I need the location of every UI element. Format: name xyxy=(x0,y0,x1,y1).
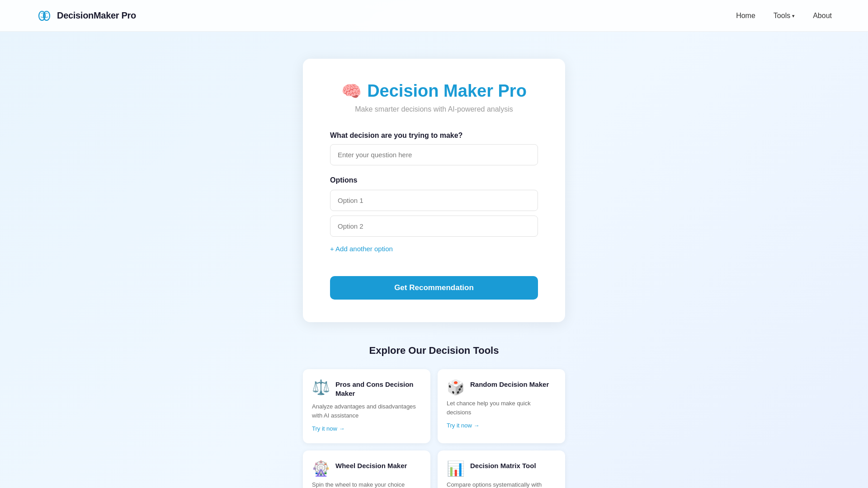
question-input[interactable] xyxy=(330,144,538,165)
matrix-icon: 📊 xyxy=(447,461,465,476)
page-subtitle: Make smarter decisions with AI-powered a… xyxy=(330,105,538,113)
options-label: Options xyxy=(330,176,538,184)
tools-grid: ⚖️ Pros and Cons Decision Maker Analyze … xyxy=(303,369,565,488)
matrix-name: Decision Matrix Tool xyxy=(470,461,536,470)
option-1-input[interactable] xyxy=(330,190,538,211)
tool-card-random[interactable]: 🎲 Random Decision Maker Let chance help … xyxy=(438,369,565,443)
decision-card: 🧠 Decision Maker Pro Make smarter decisi… xyxy=(303,59,565,322)
card-header: 🧠 Decision Maker Pro Make smarter decisi… xyxy=(330,81,538,113)
nav-tools[interactable]: Tools ▾ xyxy=(774,12,795,20)
tool-card-wheel[interactable]: 🎡 Wheel Decision Maker Spin the wheel to… xyxy=(303,450,430,488)
tool-card-top-3: 🎡 Wheel Decision Maker xyxy=(312,461,421,476)
logo-text: DecisionMaker Pro xyxy=(57,10,136,21)
question-section: What decision are you trying to make? xyxy=(330,131,538,165)
tool-card-top-2: 🎲 Random Decision Maker xyxy=(447,380,556,394)
main-content: 🧠 Decision Maker Pro Make smarter decisi… xyxy=(0,32,868,488)
wheel-desc: Spin the wheel to make your choice xyxy=(312,480,421,488)
random-link[interactable]: Try it now → xyxy=(447,422,479,429)
pros-cons-name: Pros and Cons Decision Maker xyxy=(335,380,421,398)
explore-title: Explore Our Decision Tools xyxy=(303,345,565,357)
random-icon: 🎲 xyxy=(447,380,465,394)
chevron-down-icon: ▾ xyxy=(792,13,795,19)
pros-cons-desc: Analyze advantages and disadvantages wit… xyxy=(312,402,421,420)
pros-cons-icon: ⚖️ xyxy=(312,380,330,394)
explore-section: Explore Our Decision Tools ⚖️ Pros and C… xyxy=(303,345,565,488)
random-desc: Let chance help you make quick decisions xyxy=(447,399,556,417)
tool-card-top-1: ⚖️ Pros and Cons Decision Maker xyxy=(312,380,421,398)
navbar: DecisionMaker Pro Home Tools ▾ About xyxy=(0,0,868,32)
nav-about[interactable]: About xyxy=(813,12,832,20)
tool-card-matrix[interactable]: 📊 Decision Matrix Tool Compare options s… xyxy=(438,450,565,488)
option-2-input[interactable] xyxy=(330,216,538,237)
tool-card-pros-cons[interactable]: ⚖️ Pros and Cons Decision Maker Analyze … xyxy=(303,369,430,443)
random-name: Random Decision Maker xyxy=(470,380,549,389)
logo[interactable]: DecisionMaker Pro xyxy=(36,8,136,24)
get-recommendation-button[interactable]: Get Recommendation xyxy=(330,276,538,300)
brain-logo-icon xyxy=(36,8,52,24)
tool-card-top-4: 📊 Decision Matrix Tool xyxy=(447,461,556,476)
add-option-button[interactable]: + Add another option xyxy=(330,243,393,254)
nav-home[interactable]: Home xyxy=(736,12,755,20)
nav-menu: Home Tools ▾ About xyxy=(736,12,832,20)
page-title: 🧠 Decision Maker Pro xyxy=(330,81,538,101)
matrix-desc: Compare options systematically with xyxy=(447,480,556,488)
wheel-name: Wheel Decision Maker xyxy=(335,461,407,470)
wheel-icon: 🎡 xyxy=(312,461,330,476)
question-label: What decision are you trying to make? xyxy=(330,131,538,140)
options-section: Options + Add another option xyxy=(330,176,538,254)
pros-cons-link[interactable]: Try it now → xyxy=(312,425,344,432)
brain-icon: 🧠 xyxy=(341,82,362,101)
